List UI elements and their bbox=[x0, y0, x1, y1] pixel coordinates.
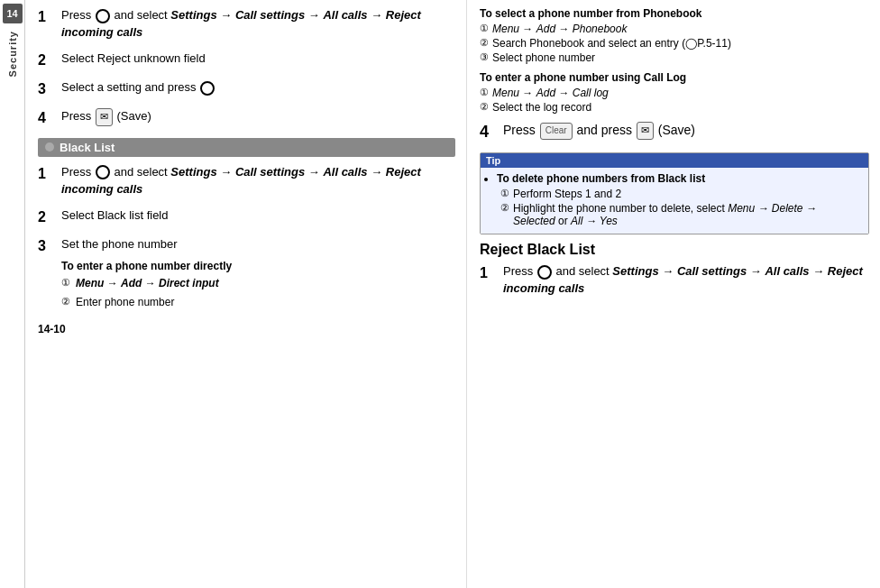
step-num-2: 2 bbox=[38, 51, 58, 70]
main-content: 1 Press and select Settings → Call setti… bbox=[25, 0, 880, 588]
right-step-content-4: Press Clear and press ✉ (Save) bbox=[503, 121, 869, 143]
right-column: To select a phone number from Phonebook … bbox=[467, 0, 880, 588]
bl-step-content-1: Press and select Settings → Call setting… bbox=[61, 164, 455, 198]
save-key-right-4: ✉ bbox=[637, 122, 654, 140]
page-number: 14-10 bbox=[38, 323, 455, 335]
right-step-num-4: 4 bbox=[480, 121, 500, 143]
bl-step-num-3: 3 bbox=[38, 236, 58, 314]
save-label-right-4: (Save) bbox=[658, 123, 695, 137]
step3-text: Select a setting and press bbox=[61, 80, 199, 94]
step-content-3: Select a setting and press bbox=[61, 79, 455, 99]
direct-sub-content-2: Enter phone number bbox=[76, 295, 455, 310]
bl-step-content-2: Select Black list field bbox=[61, 207, 455, 227]
step-num-4: 4 bbox=[38, 108, 58, 128]
save-label-4: (Save) bbox=[116, 110, 151, 124]
phonebook-section: To select a phone number from Phonebook … bbox=[480, 7, 869, 64]
direct-sub-2: ② Enter phone number bbox=[61, 295, 455, 310]
bl-step-content-3: Set the phone number To enter a phone nu… bbox=[61, 236, 455, 314]
step-content-2: Select Reject unknown field bbox=[61, 51, 455, 70]
calllog-sub-1: ① Menu → Add → Call log bbox=[480, 87, 869, 99]
sidebar: 14 Security bbox=[0, 0, 25, 588]
black-list-header: Black List bbox=[38, 138, 455, 157]
right-press-4: Press bbox=[503, 123, 539, 137]
circle-button-3 bbox=[200, 81, 215, 96]
calllog-title: To enter a phone number using Call Log bbox=[480, 71, 869, 84]
bl-step3-main: Set the phone number bbox=[61, 236, 455, 253]
step-1: 1 Press and select Settings → Call setti… bbox=[38, 7, 455, 41]
tip-sub-1: ① Perform Steps 1 and 2 bbox=[500, 188, 861, 200]
chapter-number: 14 bbox=[3, 4, 23, 23]
direct-sub-1: ① Menu → Add → Direct input bbox=[61, 276, 455, 291]
phonebook-title: To select a phone number from Phonebook bbox=[480, 7, 869, 20]
bl-select-1: and select Settings → Call settings → Al… bbox=[61, 165, 421, 196]
tip-box: Tip To delete phone numbers from Black l… bbox=[480, 152, 869, 234]
step-num-1: 1 bbox=[38, 7, 58, 41]
clear-key-icon: Clear bbox=[540, 123, 573, 140]
bl-step-3: 3 Set the phone number To enter a phone … bbox=[38, 236, 455, 314]
reject-circle-btn-1 bbox=[537, 265, 552, 280]
step-4: 4 Press ✉ (Save) bbox=[38, 108, 455, 128]
step-num-3: 3 bbox=[38, 79, 58, 99]
calllog-sub-2: ② Select the log record bbox=[480, 101, 869, 114]
tip-bullet: To delete phone numbers from Black list bbox=[497, 172, 861, 185]
direct-sub-num-2: ② bbox=[61, 295, 76, 310]
bl-circle-btn-1 bbox=[96, 165, 110, 179]
phonebook-sub-1: ① Menu → Add → Phonebook bbox=[480, 23, 869, 35]
phonebook-sub-2: ② Search Phonebook and select an entry (… bbox=[480, 37, 869, 50]
direct-sub-content-1: Menu → Add → Direct input bbox=[76, 276, 455, 291]
right-and-press-4: and press bbox=[576, 123, 635, 137]
calllog-section: To enter a phone number using Call Log ①… bbox=[480, 71, 869, 114]
and-select-1: and select Settings → Call settings → Al… bbox=[61, 8, 421, 39]
reject-step-content-1: Press and select Settings → Call setting… bbox=[503, 263, 869, 298]
save-key-4: ✉ bbox=[96, 108, 113, 126]
right-step-4: 4 Press Clear and press ✉ (Save) bbox=[480, 121, 869, 143]
bl-step-1: 1 Press and select Settings → Call setti… bbox=[38, 164, 455, 198]
bl-press-1: Press bbox=[61, 165, 95, 179]
tip-header: Tip bbox=[481, 153, 868, 168]
direct-sub-num-1: ① bbox=[61, 276, 76, 291]
left-column: 1 Press and select Settings → Call setti… bbox=[25, 0, 467, 588]
step-3: 3 Select a setting and press bbox=[38, 79, 455, 99]
bl-step2-text: Select Black list field bbox=[61, 208, 169, 222]
reject-press-1: Press bbox=[503, 264, 536, 278]
chapter-label: Security bbox=[7, 31, 18, 77]
tip-content: To delete phone numbers from Black list … bbox=[481, 168, 868, 234]
press-label-1: Press bbox=[61, 8, 95, 22]
header-dot bbox=[45, 142, 54, 152]
step-content-1: Press and select Settings → Call setting… bbox=[61, 7, 455, 41]
press-label-4: Press bbox=[61, 110, 95, 124]
step-content-4: Press ✉ (Save) bbox=[61, 108, 455, 128]
black-list-label: Black List bbox=[60, 141, 115, 154]
reject-black-list-title: Reject Black List bbox=[480, 242, 869, 258]
phonebook-sub-3: ③ Select phone number bbox=[480, 51, 869, 64]
circle-button-1 bbox=[96, 9, 110, 23]
reject-select-1: and select Settings → Call settings → Al… bbox=[503, 264, 863, 295]
bl-step-num-2: 2 bbox=[38, 207, 58, 227]
bl-step-2: 2 Select Black list field bbox=[38, 207, 455, 227]
direct-input-header: To enter a phone number directly bbox=[61, 259, 455, 274]
bl-step-num-1: 1 bbox=[38, 164, 58, 198]
step2-text: Select Reject unknown field bbox=[61, 51, 206, 65]
reject-step-1: 1 Press and select Settings → Call setti… bbox=[480, 263, 869, 298]
tip-sub-2: ② Highlight the phone number to delete, … bbox=[500, 202, 861, 227]
reject-step-num-1: 1 bbox=[480, 263, 500, 298]
step-2: 2 Select Reject unknown field bbox=[38, 51, 455, 70]
